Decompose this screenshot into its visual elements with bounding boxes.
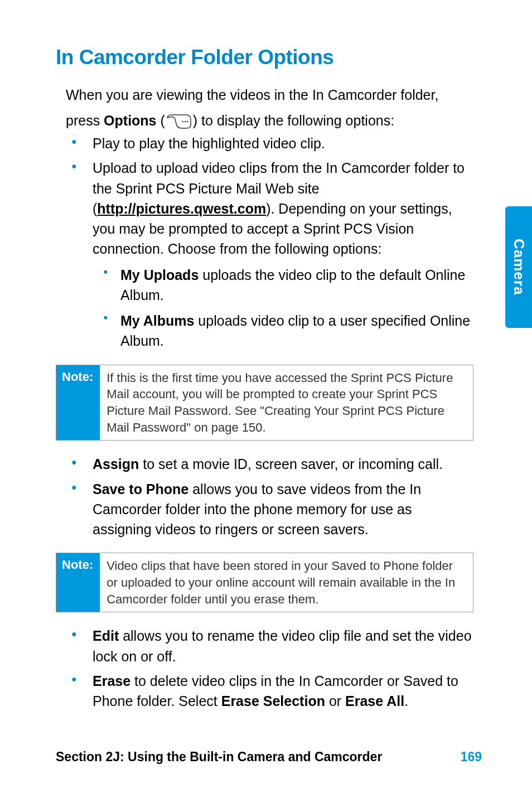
list-item-edit: Edit allows you to rename the video clip… xyxy=(71,626,473,666)
list-item-save: Save to Phone allows you to save videos … xyxy=(71,479,473,540)
note-box-2: Note: Video clips that have been stored … xyxy=(56,553,473,612)
right-softkey-icon xyxy=(166,114,192,129)
assign-label: Assign xyxy=(93,456,139,472)
sub-item-myuploads: My Uploads uploads the video clip to the… xyxy=(104,265,473,306)
save-label: Save to Phone xyxy=(93,481,188,497)
assign-text: to set a movie ID, screen saver, or inco… xyxy=(139,456,443,472)
svg-point-1 xyxy=(185,121,186,123)
list-item-erase: Erase to delete video clips in the In Ca… xyxy=(71,671,473,712)
list-item-assign: Assign to set a movie ID, screen saver, … xyxy=(71,454,473,474)
intro-line-2: press Options () to display the followin… xyxy=(66,110,473,132)
edit-label: Edit xyxy=(93,628,119,644)
svg-point-0 xyxy=(182,121,184,123)
upload-sub-list: My Uploads uploads the video clip to the… xyxy=(104,265,473,351)
page-content: In Camcorder Folder Options When you are… xyxy=(0,0,532,749)
myalbums-label: My Albums xyxy=(120,313,194,328)
edit-text: allows you to rename the video clip file… xyxy=(93,628,472,664)
erase-label: Erase xyxy=(93,673,130,689)
options-list-continued-1: Assign to set a movie ID, screen saver, … xyxy=(71,454,473,539)
erase-or: or xyxy=(325,693,345,709)
main-heading: In Camcorder Folder Options xyxy=(56,46,473,69)
note-label: Note: xyxy=(56,365,100,441)
svg-point-2 xyxy=(187,121,188,123)
note-1-content: If this is the first time you have acces… xyxy=(100,365,473,441)
list-item-upload: Upload to upload video clips from the In… xyxy=(71,158,473,351)
erase-all-label: Erase All xyxy=(345,693,404,709)
sub-item-myalbums: My Albums uploads video clip to a user s… xyxy=(104,311,473,351)
page-number: 169 xyxy=(461,749,482,765)
section-side-tab: Camera xyxy=(505,206,532,328)
page-footer: Section 2J: Using the Built-in Camera an… xyxy=(56,749,482,765)
list-item-play: Play to play the highlighted video clip. xyxy=(71,133,473,153)
options-list: Play to play the highlighted video clip.… xyxy=(71,133,473,351)
erase-selection-label: Erase Selection xyxy=(221,693,325,709)
erase-period: . xyxy=(404,693,408,709)
intro-after: to display the following options: xyxy=(197,113,394,128)
upload-url-link[interactable]: http://pictures.qwest.com xyxy=(97,201,266,216)
note-box-1: Note: If this is the first time you have… xyxy=(56,365,473,441)
note-label-2: Note: xyxy=(56,553,100,612)
footer-section: Section 2J: Using the Built-in Camera an… xyxy=(56,749,382,765)
myuploads-label: My Uploads xyxy=(120,267,199,283)
options-label: Options xyxy=(104,113,156,128)
options-list-continued-2: Edit allows you to rename the video clip… xyxy=(71,626,473,711)
intro-press: press xyxy=(66,113,104,128)
side-tab-label: Camera xyxy=(510,239,528,295)
note-2-content: Video clips that have been stored in you… xyxy=(100,553,473,612)
intro-line-1: When you are viewing the videos in the I… xyxy=(66,85,473,106)
